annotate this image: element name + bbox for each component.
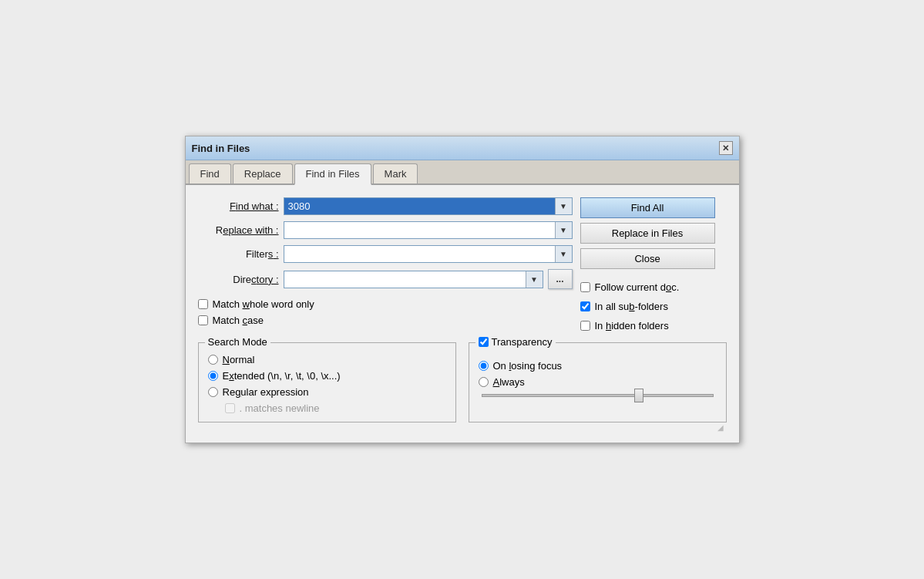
- find-what-label: Find what :: [198, 200, 279, 212]
- replace-with-dropdown-arrow[interactable]: ▼: [555, 222, 572, 238]
- title-bar: Find in Files ✕: [186, 136, 739, 160]
- directory-dropdown-arrow[interactable]: ▼: [526, 271, 543, 288]
- tab-find[interactable]: Find: [189, 163, 231, 183]
- normal-label[interactable]: Normal: [223, 354, 255, 365]
- bottom-section: Search Mode Normal Extended (\n, \r, \t,…: [198, 342, 727, 422]
- in-all-subfolders-label[interactable]: In all sub-folders: [595, 301, 668, 312]
- tab-replace[interactable]: Replace: [233, 163, 293, 183]
- always-radio-row: Always: [479, 376, 717, 388]
- filters-label: Filters :: [198, 248, 279, 260]
- find-all-button[interactable]: Find All: [580, 197, 715, 218]
- normal-radio[interactable]: [208, 355, 218, 365]
- replace-with-combo[interactable]: ▼: [284, 221, 573, 239]
- right-checkboxes: Follow current doc. In all sub-folders I…: [580, 280, 727, 332]
- replace-in-files-button[interactable]: Replace in Files: [580, 223, 715, 244]
- search-mode-label: Search Mode: [205, 336, 270, 348]
- filters-input[interactable]: [284, 246, 555, 262]
- transparency-group-label[interactable]: Transparency: [492, 336, 553, 348]
- on-losing-focus-radio[interactable]: [479, 361, 489, 371]
- dialog-body: Find what : ▼ Replace with :: [186, 185, 739, 443]
- normal-radio-row: Normal: [208, 354, 446, 365]
- regex-label[interactable]: Regular expression: [223, 386, 309, 398]
- dialog-title: Find in Files: [192, 143, 250, 154]
- find-in-files-dialog: Find in Files ✕ Find Replace Find in Fil…: [185, 136, 740, 443]
- follow-current-doc-checkbox[interactable]: [580, 282, 590, 292]
- directory-label: Directory :: [198, 274, 279, 285]
- always-label[interactable]: Always: [493, 376, 525, 388]
- replace-with-input[interactable]: [284, 222, 555, 238]
- replace-with-row: Replace with : ▼: [198, 221, 573, 239]
- dot-matches-row: . matches newline: [225, 402, 446, 414]
- match-case-checkbox[interactable]: [198, 315, 208, 325]
- transparency-checkbox[interactable]: [479, 337, 489, 347]
- on-losing-focus-label[interactable]: On losing focus: [493, 360, 563, 372]
- transparency-slider-thumb[interactable]: [634, 389, 643, 402]
- close-window-button[interactable]: ✕: [719, 141, 733, 155]
- follow-current-doc-label[interactable]: Follow current doc.: [595, 281, 680, 293]
- dot-matches-checkbox-wrapper: . matches newline: [225, 402, 320, 414]
- in-hidden-folders-label[interactable]: In hidden folders: [595, 320, 669, 332]
- follow-current-doc-row: Follow current doc.: [580, 281, 727, 293]
- find-what-input[interactable]: [284, 198, 555, 214]
- match-whole-word-row: Match whole word only: [198, 298, 573, 310]
- directory-row: Directory : ▼ ...: [198, 269, 573, 289]
- directory-input[interactable]: [284, 271, 526, 288]
- directory-combo[interactable]: ▼: [284, 271, 543, 288]
- left-column: Find what : ▼ Replace with :: [198, 197, 573, 332]
- browse-button[interactable]: ...: [548, 269, 573, 289]
- always-radio[interactable]: [479, 377, 489, 387]
- replace-with-label: Replace with :: [198, 224, 279, 236]
- in-hidden-folders-row: In hidden folders: [580, 320, 727, 332]
- find-what-combo[interactable]: ▼: [284, 197, 573, 215]
- filters-dropdown-arrow[interactable]: ▼: [555, 246, 572, 262]
- match-case-row: Match case: [198, 315, 573, 326]
- close-button[interactable]: Close: [580, 248, 715, 269]
- in-hidden-folders-checkbox[interactable]: [580, 321, 590, 331]
- extended-label[interactable]: Extended (\n, \r, \t, \0, \x...): [223, 370, 341, 382]
- regex-radio[interactable]: [208, 387, 218, 397]
- match-case-label[interactable]: Match case: [213, 315, 264, 326]
- dot-matches-newline-label: . matches newline: [240, 402, 320, 414]
- tab-bar: Find Replace Find in Files Mark: [186, 160, 739, 185]
- right-column: Find All Replace in Files Close Follow c…: [573, 197, 727, 332]
- resize-handle[interactable]: ◢: [198, 422, 727, 433]
- tab-mark[interactable]: Mark: [373, 163, 418, 183]
- find-what-row: Find what : ▼: [198, 197, 573, 215]
- extended-radio[interactable]: [208, 371, 218, 381]
- regex-radio-row: Regular expression: [208, 386, 446, 398]
- main-columns: Find what : ▼ Replace with :: [198, 197, 727, 332]
- find-what-dropdown-arrow[interactable]: ▼: [555, 198, 572, 214]
- form-section: Find what : ▼ Replace with :: [198, 197, 573, 289]
- transparency-slider-container: [479, 394, 717, 397]
- transparency-slider-track: [482, 394, 714, 397]
- match-whole-word-label[interactable]: Match whole word only: [213, 298, 314, 310]
- in-all-subfolders-checkbox[interactable]: [580, 301, 590, 311]
- transparency-group: Transparency On losing focus Always: [469, 342, 727, 422]
- filters-combo[interactable]: ▼: [284, 245, 573, 263]
- filters-row: Filters : ▼: [198, 245, 573, 263]
- in-all-subfolders-row: In all sub-folders: [580, 301, 727, 312]
- transparency-label: Transparency: [475, 336, 556, 348]
- dot-matches-newline-checkbox[interactable]: [225, 403, 235, 413]
- extended-radio-row: Extended (\n, \r, \t, \0, \x...): [208, 370, 446, 382]
- match-whole-word-checkbox[interactable]: [198, 299, 208, 309]
- on-losing-focus-row: On losing focus: [479, 360, 717, 372]
- search-mode-group: Search Mode Normal Extended (\n, \r, \t,…: [198, 342, 456, 422]
- tab-find-in-files[interactable]: Find in Files: [294, 163, 371, 185]
